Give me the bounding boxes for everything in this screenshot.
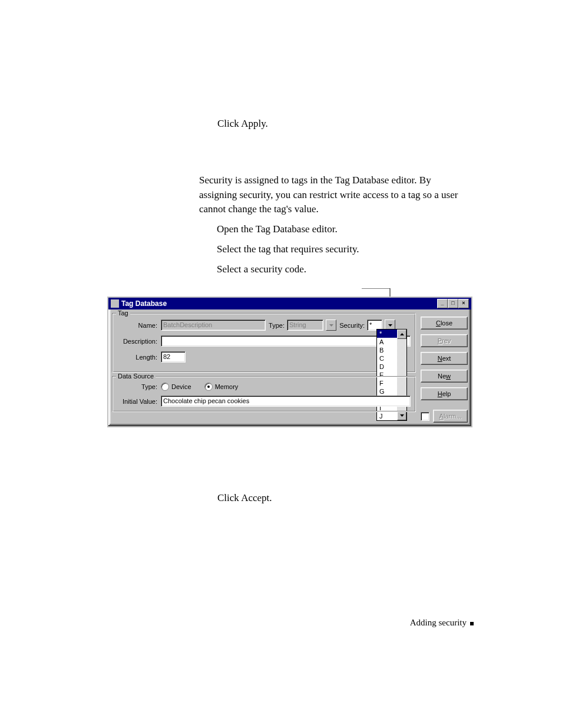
prev-button: Prev [421, 334, 468, 347]
window-title: Tag Database [121, 299, 167, 308]
memory-radio[interactable] [204, 383, 213, 391]
minimize-button[interactable]: _ [437, 299, 448, 308]
security-option[interactable]: A [377, 338, 397, 346]
chevron-down-icon [388, 324, 392, 327]
help-button[interactable]: Help [421, 387, 468, 400]
name-label: Name: [117, 322, 158, 329]
initial-value-field[interactable]: Chocolate chip pecan cookies [161, 396, 411, 407]
chevron-up-icon [400, 333, 404, 335]
next-button[interactable]: Next [421, 352, 468, 365]
data-source-group: Data Source Type: Device Memory Initial … [112, 376, 416, 412]
alarm-button: Alarm... [433, 410, 468, 423]
tag-group-label: Tag [116, 309, 130, 317]
length-label: Length: [117, 354, 158, 361]
step-click-accept: Click Accept. [217, 491, 272, 506]
close-button[interactable]: Close [421, 317, 468, 330]
footer-square-icon [470, 622, 474, 625]
new-button[interactable]: New [421, 370, 468, 383]
type-field: String [287, 319, 323, 331]
security-option[interactable]: J [377, 412, 397, 420]
security-label: Security: [339, 322, 365, 329]
chevron-down-icon [329, 324, 333, 327]
device-radio[interactable] [161, 383, 169, 391]
system-menu-icon[interactable] [111, 299, 119, 308]
alarm-checkbox[interactable] [421, 412, 429, 421]
initial-value-label: Initial Value: [117, 398, 158, 405]
ds-type-label: Type: [117, 383, 158, 390]
security-option[interactable]: B [377, 346, 397, 354]
page-footer: Adding security [410, 618, 474, 628]
memory-radio-label: Memory [215, 383, 239, 390]
tag-group: Tag Name: BatchDescription Type: String … [112, 313, 416, 373]
tag-database-dialog: Tag Database _ □ × Tag Name: BatchDescri… [107, 297, 472, 427]
description-label: Description: [117, 338, 158, 345]
close-x-button[interactable]: × [458, 299, 469, 308]
step-select-code: Select a security code. [199, 262, 306, 277]
type-label: Type: [268, 322, 285, 329]
step-select-tag: Select the tag that requires security. [199, 242, 359, 257]
titlebar[interactable]: Tag Database _ □ × [108, 298, 471, 309]
description-field[interactable] [161, 335, 411, 347]
data-source-group-label: Data Source [116, 373, 156, 380]
name-field[interactable]: BatchDescription [161, 319, 266, 331]
device-radio-label: Device [171, 383, 191, 390]
security-option[interactable]: * [377, 330, 397, 338]
paragraph-security-intro: Security is assigned to tags in the Tag … [199, 173, 458, 217]
scroll-down-button[interactable] [397, 411, 406, 420]
step-open-editor: Open the Tag Database editor. [199, 222, 338, 237]
security-option[interactable]: D [377, 363, 397, 371]
security-option[interactable]: C [377, 354, 397, 363]
type-dropdown-button [326, 319, 336, 331]
maximize-button[interactable]: □ [448, 299, 458, 308]
length-field[interactable]: 82 [161, 351, 186, 363]
scroll-up-button[interactable] [397, 330, 406, 339]
chevron-down-icon [400, 414, 404, 417]
step-click-apply: Click Apply. [217, 117, 268, 131]
